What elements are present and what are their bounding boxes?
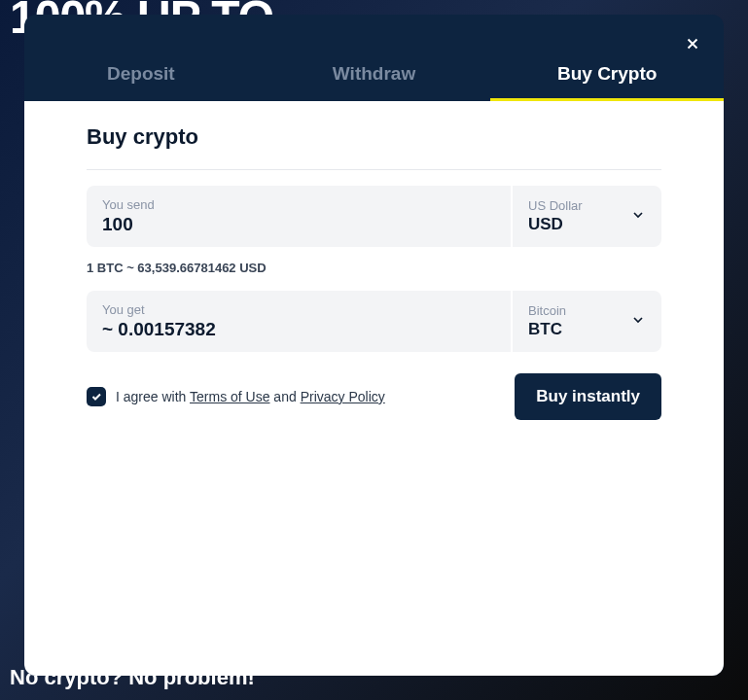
- you-get-label: You get: [102, 302, 495, 317]
- get-currency-name: Bitcoin: [528, 303, 566, 318]
- check-icon: [90, 391, 102, 402]
- you-send-field[interactable]: You send: [87, 186, 511, 247]
- terms-link[interactable]: Terms of Use: [190, 389, 269, 404]
- buy-crypto-form: Buy crypto You send US Dollar USD 1 BTC: [55, 124, 693, 459]
- form-footer: I agree with Terms of Use and Privacy Po…: [87, 373, 661, 420]
- agree-and: and: [269, 389, 300, 404]
- get-currency-selector[interactable]: Bitcoin BTC: [511, 291, 661, 352]
- exchange-rate: 1 BTC ~ 63,539.66781462 USD: [87, 261, 661, 275]
- you-send-label: You send: [102, 197, 495, 212]
- you-send-input[interactable]: [102, 214, 495, 235]
- you-get-value: ~ 0.00157382: [102, 319, 495, 340]
- tab-withdraw[interactable]: Withdraw: [258, 50, 491, 101]
- chevron-down-icon: [630, 207, 646, 227]
- you-send-row: You send US Dollar USD: [87, 186, 661, 247]
- agree-checkbox[interactable]: [87, 387, 106, 406]
- you-get-row: You get ~ 0.00157382 Bitcoin BTC: [87, 291, 661, 352]
- get-currency-code: BTC: [528, 320, 566, 339]
- tab-deposit[interactable]: Deposit: [24, 50, 258, 101]
- close-icon: [684, 35, 701, 52]
- agree-text: I agree with Terms of Use and Privacy Po…: [116, 389, 385, 404]
- panel-title: Buy crypto: [87, 124, 661, 170]
- buy-instantly-button[interactable]: Buy instantly: [515, 373, 661, 420]
- chevron-down-icon: [630, 312, 646, 332]
- buy-crypto-panel: Buy crypto You send US Dollar USD 1 BTC: [24, 101, 724, 676]
- close-button[interactable]: [681, 32, 704, 55]
- buy-crypto-modal: Deposit Withdraw Buy Crypto Buy crypto Y…: [24, 15, 724, 676]
- send-currency-name: US Dollar: [528, 198, 583, 213]
- privacy-link[interactable]: Privacy Policy: [301, 389, 385, 404]
- send-currency-code: USD: [528, 215, 583, 234]
- you-get-field: You get ~ 0.00157382: [87, 291, 511, 352]
- modal-tabs: Deposit Withdraw Buy Crypto: [24, 50, 724, 101]
- tab-buy-crypto[interactable]: Buy Crypto: [490, 50, 724, 101]
- agree-prefix: I agree with: [116, 389, 190, 404]
- agree-row: I agree with Terms of Use and Privacy Po…: [87, 387, 385, 406]
- send-currency-selector[interactable]: US Dollar USD: [511, 186, 661, 247]
